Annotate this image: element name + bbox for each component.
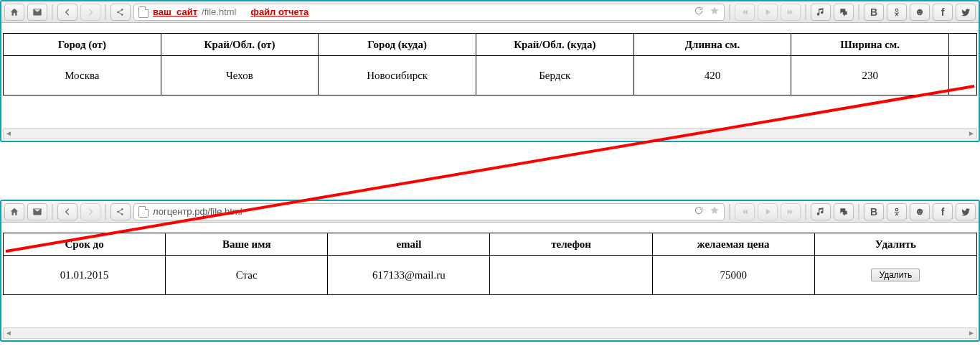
chat-button[interactable] <box>834 203 854 220</box>
ok-icon <box>892 207 902 217</box>
separator <box>729 4 730 20</box>
address-bar[interactable]: логцентр.рф/file.html <box>133 203 725 220</box>
col-header: Удалить <box>814 233 976 256</box>
cell: 230 <box>791 56 949 95</box>
col-header: Город (от) <box>4 34 161 56</box>
address-bar[interactable]: ваш_сайт /file.html файл отчета <box>133 4 725 21</box>
twitter-button[interactable] <box>956 4 976 21</box>
cell: Новосибирск <box>319 56 476 95</box>
forward-button <box>80 4 100 21</box>
twitter-icon <box>961 7 971 17</box>
vk-icon: B <box>870 206 877 218</box>
url-path: /file.html <box>202 6 236 17</box>
scroll-right-icon[interactable]: ► <box>966 129 976 137</box>
home-button[interactable] <box>4 4 24 21</box>
reload-icon[interactable] <box>694 205 704 218</box>
separator <box>858 4 859 20</box>
cell <box>949 56 977 95</box>
ok-button[interactable] <box>887 203 907 220</box>
reload-icon[interactable] <box>694 6 704 18</box>
separator <box>805 204 806 220</box>
separator <box>858 204 859 220</box>
svg-point-3 <box>895 9 898 11</box>
url-label-emph: файл отчета <box>251 6 309 17</box>
twitter-icon <box>961 207 971 217</box>
ok-button[interactable] <box>887 4 907 21</box>
file-icon <box>138 6 149 18</box>
twitter-button[interactable] <box>956 203 976 220</box>
cell-delete: Удалить <box>814 256 976 295</box>
bookmark-star-icon[interactable] <box>710 205 720 218</box>
media-next-button <box>781 4 801 21</box>
col-header <box>949 34 977 56</box>
cell <box>490 256 652 295</box>
separator <box>52 204 53 220</box>
delete-button[interactable]: Удалить <box>871 269 920 281</box>
music-button[interactable] <box>811 4 831 21</box>
toolbar: логцентр.рф/file.html B ☻ f <box>1 201 979 223</box>
cell: Бердск <box>476 56 633 95</box>
moimir-icon: ☻ <box>915 206 925 218</box>
facebook-button[interactable]: f <box>933 203 953 220</box>
col-header: email <box>328 233 490 256</box>
moimir-button[interactable]: ☻ <box>910 4 930 21</box>
data-table-1: Город (от) Край/Обл. (от) Город (куда) К… <box>3 33 977 95</box>
media-prev-button <box>735 203 755 220</box>
share-button[interactable] <box>110 203 131 220</box>
col-header: Ширина см. <box>791 34 949 56</box>
music-button[interactable] <box>811 203 831 220</box>
media-next-button <box>781 203 801 220</box>
col-header: Длинна см. <box>633 34 791 56</box>
cell: Чехов <box>161 56 319 95</box>
back-button[interactable] <box>57 203 77 220</box>
mail-button[interactable] <box>27 4 47 21</box>
cell: 75000 <box>652 256 814 295</box>
toolbar: ваш_сайт /file.html файл отчета B ☻ f <box>1 1 979 23</box>
col-header: Ваше имя <box>166 233 328 256</box>
file-icon <box>138 206 149 218</box>
facebook-icon: f <box>941 6 945 18</box>
table-row: 01.01.2015 Стас 617133@mail.ru 75000 Уда… <box>4 256 977 295</box>
separator <box>105 4 106 20</box>
col-header: Город (куда) <box>319 34 476 56</box>
page-content-1: Город (от) Край/Обл. (от) Город (куда) К… <box>1 23 979 95</box>
cell: 617133@mail.ru <box>328 256 490 295</box>
separator <box>52 4 53 20</box>
scroll-left-icon[interactable]: ◄ <box>4 328 14 337</box>
svg-point-7 <box>895 208 898 211</box>
cell: 01.01.2015 <box>4 256 166 295</box>
url-text: логцентр.рф/file.html <box>153 206 242 217</box>
facebook-button[interactable]: f <box>933 4 953 21</box>
browser-window-2: логцентр.рф/file.html B ☻ f Срок до Ваше… <box>0 200 980 342</box>
home-button[interactable] <box>4 203 24 220</box>
back-button[interactable] <box>57 4 77 21</box>
table-header-row: Срок до Ваше имя email телефон желаемая … <box>4 233 977 256</box>
bookmark-star-icon[interactable] <box>710 6 720 18</box>
vk-button[interactable]: B <box>864 4 884 21</box>
col-header: Срок до <box>4 233 166 256</box>
ok-icon <box>892 7 902 17</box>
table-row: Москва Чехов Новосибирск Бердск 420 230 <box>4 56 977 95</box>
separator <box>105 204 106 220</box>
cell: Москва <box>4 56 161 95</box>
col-header: Край/Обл. (от) <box>161 34 319 56</box>
facebook-icon: f <box>941 206 945 218</box>
data-table-2: Срок до Ваше имя email телефон желаемая … <box>3 233 977 295</box>
vk-button[interactable]: B <box>864 203 884 220</box>
moimir-icon: ☻ <box>915 6 925 18</box>
col-header: телефон <box>490 233 652 256</box>
chat-button[interactable] <box>834 4 854 21</box>
separator <box>805 4 806 20</box>
media-play-button <box>758 4 778 21</box>
share-button[interactable] <box>110 4 131 21</box>
media-prev-button <box>735 4 755 21</box>
mail-button[interactable] <box>27 203 47 220</box>
separator <box>729 204 730 220</box>
scroll-left-icon[interactable]: ◄ <box>4 129 14 137</box>
cell: 420 <box>633 56 791 95</box>
table-header-row: Город (от) Край/Обл. (от) Город (куда) К… <box>4 34 977 56</box>
horizontal-scrollbar[interactable]: ◄ ► <box>3 128 977 139</box>
horizontal-scrollbar[interactable]: ◄ ► <box>3 327 977 339</box>
scroll-right-icon[interactable]: ► <box>966 328 976 337</box>
moimir-button[interactable]: ☻ <box>910 203 930 220</box>
